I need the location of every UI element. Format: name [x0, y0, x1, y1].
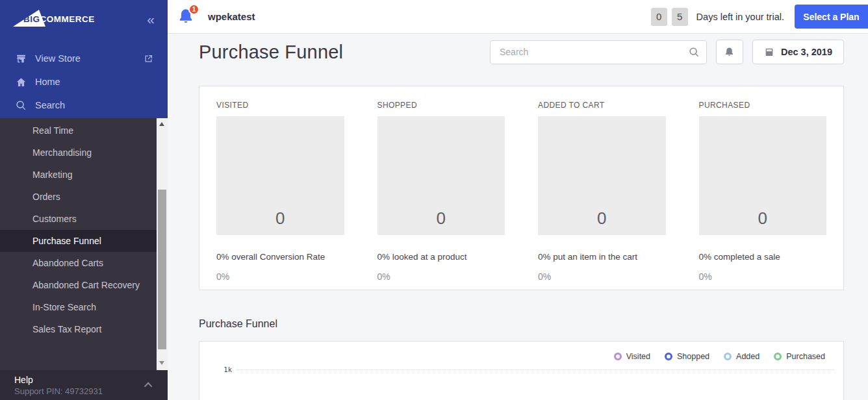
collapse-sidebar-icon[interactable]: « — [147, 12, 155, 26]
sidebar-item-home[interactable]: Home — [0, 70, 168, 94]
submenu-item-in-store-search[interactable]: In-Store Search — [0, 296, 157, 318]
funnel-bar: 0 — [538, 116, 666, 235]
card-label: PURCHASED — [699, 101, 827, 110]
page-title: Purchase Funnel — [199, 42, 343, 63]
legend-item-purchased[interactable]: Purchased — [774, 352, 825, 361]
conversion-text: 0% overall Conversion Rate — [216, 252, 344, 262]
chart-axis-row: 1k — [216, 366, 834, 373]
gridline — [236, 369, 834, 370]
submenu-item-abandoned-cart-recovery[interactable]: Abandoned Cart Recovery — [0, 274, 157, 296]
home-icon — [16, 77, 27, 88]
funnel-card-purchased: PURCHASED 0 0% completed a sale 0% — [699, 99, 827, 290]
search-icon[interactable] — [689, 47, 700, 58]
submenu-item-sales-tax-report[interactable]: Sales Tax Report — [0, 318, 157, 340]
card-value: 0 — [758, 208, 767, 235]
chart-section-title: Purchase Funnel — [199, 318, 844, 330]
help-section[interactable]: Help Support PIN: 49732931 — [0, 370, 168, 400]
legend-ring-icon — [614, 353, 622, 360]
sidebar-item-label: Search — [35, 100, 65, 110]
external-link-icon — [144, 54, 153, 64]
y-axis-tick: 1k — [216, 366, 232, 373]
main-area: 1 wpekatest 0 5 Days left in your trial.… — [168, 0, 868, 400]
chart-legend: Visited Shopped Added Purchased — [216, 352, 834, 361]
conversion-text: 0% looked at a product — [377, 252, 505, 262]
search-input[interactable] — [490, 40, 707, 64]
submenu-item-merchandising[interactable]: Merchandising — [0, 142, 157, 164]
store-name: wpekatest — [208, 11, 255, 22]
scrollbar-thumb[interactable] — [158, 190, 166, 349]
legend-label: Added — [736, 352, 760, 361]
legend-item-added[interactable]: Added — [724, 352, 760, 361]
percent-text: 0% — [216, 271, 344, 282]
notifications-bell[interactable]: 1 — [177, 8, 195, 26]
card-label: ADDED TO CART — [538, 101, 666, 110]
sidebar-item-search[interactable]: Search — [0, 94, 168, 117]
help-title: Help — [14, 375, 103, 385]
chevron-up-icon[interactable] — [144, 382, 153, 390]
legend-item-visited[interactable]: Visited — [614, 352, 650, 361]
funnel-card-shopped: SHOPPED 0 0% looked at a product 0% — [377, 99, 505, 290]
legend-ring-icon — [774, 353, 782, 360]
sidebar-header: BIGCOMMERCE « View Store — [0, 0, 168, 118]
funnel-bar: 0 — [216, 116, 344, 235]
submenu-item-purchase-funnel[interactable]: Purchase Funnel — [0, 230, 157, 252]
card-value: 0 — [437, 208, 446, 235]
legend-label: Visited — [626, 352, 650, 361]
funnel-bar: 0 — [699, 116, 827, 235]
search-icon — [16, 100, 27, 111]
logo-text-big: BIG — [23, 14, 40, 24]
bigcommerce-admin: BIGCOMMERCE « View Store — [0, 0, 868, 400]
bigcommerce-logo: BIGCOMMERCE — [13, 9, 95, 29]
calendar-icon — [764, 47, 774, 57]
topbar: 1 wpekatest 0 5 Days left in your trial.… — [168, 0, 868, 34]
card-label: VISITED — [216, 101, 344, 110]
storefront-icon — [16, 53, 27, 64]
submenu-item-orders[interactable]: Orders — [0, 186, 157, 208]
conversion-text: 0% completed a sale — [699, 252, 827, 262]
legend-ring-icon — [665, 353, 672, 360]
search-box — [490, 40, 707, 64]
sidebar-item-label: Home — [35, 77, 60, 87]
bell-icon — [724, 47, 735, 58]
legend-label: Purchased — [786, 352, 825, 361]
percent-text: 0% — [699, 271, 827, 282]
analytics-submenu: Real Time Merchandising Marketing Orders… — [0, 118, 168, 370]
conversion-text: 0% put an item in the cart — [538, 252, 666, 262]
percent-text: 0% — [377, 271, 505, 282]
date-picker-button[interactable]: Dec 3, 2019 — [752, 40, 844, 64]
date-label: Dec 3, 2019 — [781, 47, 832, 57]
sidebar-item-label: View Store — [35, 53, 81, 64]
notifications-button[interactable] — [716, 40, 743, 64]
purchase-funnel-chart: Visited Shopped Added Purchased — [199, 341, 844, 400]
legend-item-shopped[interactable]: Shopped — [665, 352, 709, 361]
submenu-item-abandoned-carts[interactable]: Abandoned Carts — [0, 252, 157, 274]
submenu-item-customers[interactable]: Customers — [0, 208, 157, 230]
percent-text: 0% — [538, 271, 666, 282]
content: Purchase Funnel — [168, 34, 868, 400]
trial-text: Days left in your trial. — [696, 12, 784, 22]
sidebar: BIGCOMMERCE « View Store — [0, 0, 168, 400]
legend-ring-icon — [724, 353, 732, 360]
notification-count-badge: 1 — [188, 4, 199, 15]
card-label: SHOPPED — [377, 101, 505, 110]
support-pin: Support PIN: 49732931 — [14, 386, 103, 396]
sidebar-item-view-store[interactable]: View Store — [0, 47, 168, 70]
logo-text-commerce: COMMERCE — [40, 14, 95, 24]
sidebar-scrollbar[interactable] — [157, 118, 168, 370]
select-a-plan-button[interactable]: Select a Plan — [795, 5, 868, 29]
card-value: 0 — [275, 208, 285, 235]
funnel-card-visited: VISITED 0 0% overall Conversion Rate 0% — [216, 99, 344, 290]
scroll-down-arrow-icon[interactable] — [159, 361, 164, 365]
funnel-bar: 0 — [377, 116, 505, 235]
card-value: 0 — [597, 208, 606, 235]
submenu-item-marketing[interactable]: Marketing — [0, 164, 157, 186]
funnel-summary-panel: VISITED 0 0% overall Conversion Rate 0% … — [199, 86, 844, 290]
sidebar-nav: View Store Home Search — [0, 47, 168, 117]
trial-days-digit: 5 — [672, 8, 688, 26]
submenu-item-real-time[interactable]: Real Time — [0, 119, 157, 142]
funnel-card-added-to-cart: ADDED TO CART 0 0% put an item in the ca… — [538, 99, 666, 290]
trial-days-digit: 0 — [651, 8, 667, 26]
legend-label: Shopped — [677, 352, 709, 361]
trial-area: 0 5 Days left in your trial. Select a Pl… — [651, 5, 868, 29]
scroll-up-arrow-icon[interactable] — [159, 122, 164, 126]
